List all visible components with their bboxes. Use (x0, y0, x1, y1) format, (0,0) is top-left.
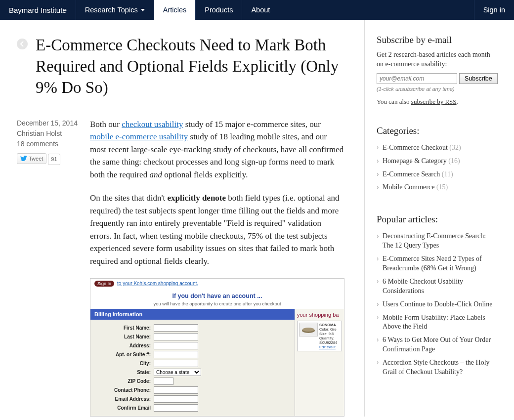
tweet-count: 91 (48, 154, 60, 165)
link-checkout-usability[interactable]: checkout usability (122, 120, 183, 129)
product-thumb (299, 323, 318, 336)
popular-item[interactable]: Mobile Form Usability: Place Labels Abov… (377, 311, 497, 334)
category-item[interactable]: E-Commerce Search (11) (377, 168, 497, 181)
nav-research-topics[interactable]: Research Topics (76, 0, 154, 20)
article-body: Both our checkout usability study of 15 … (90, 118, 344, 417)
back-button[interactable] (17, 39, 28, 49)
tweet-button[interactable]: Tweet (17, 153, 46, 165)
sidebar: Subscribe by e-mail Get 2 research-based… (365, 20, 514, 417)
subscribe-heading: Subscribe by e-mail (377, 35, 497, 45)
category-item[interactable]: E-Commerce Checkout (32) (377, 141, 497, 155)
article-meta: December 15, 2014 Christian Holst 18 com… (17, 118, 90, 417)
rss-link[interactable]: subscribe by RSS (411, 98, 457, 105)
category-item[interactable]: Mobile Commerce (15) (377, 181, 497, 194)
twitter-icon (20, 156, 27, 161)
chevron-down-icon (141, 9, 145, 11)
popular-item[interactable]: Accordion Style Checkouts – the Holy Gra… (377, 356, 497, 379)
subscribe-rss: You can also subscribe by RSS. (377, 98, 497, 106)
subscribe-button[interactable]: Subscribe (459, 73, 498, 84)
article-author: Christian Holst (17, 128, 90, 139)
nav-signin[interactable]: Sign in (474, 0, 514, 20)
popular-list: Deconstructing E-Commerce Search: The 12… (377, 230, 497, 379)
categories-list: E-Commerce Checkout (32)Homepage & Categ… (377, 141, 497, 195)
shot-fields: First Name:Last Name:Address:Apt. or Sui… (90, 320, 295, 416)
categories-heading: Categories: (377, 126, 497, 136)
subscribe-note: (1-click unsubscribe at any time) (377, 86, 497, 92)
nav-products[interactable]: Products (196, 0, 242, 20)
article-comments-link[interactable]: 18 comments (17, 139, 90, 149)
article-main: E-Commerce Checkouts Need to Mark Both R… (0, 20, 365, 417)
popular-item[interactable]: 6 Mobile Checkout Usability Consideratio… (377, 275, 497, 298)
top-nav: Baymard Institute Research Topics Articl… (0, 0, 514, 20)
chevron-left-icon (20, 42, 24, 46)
popular-heading: Popular articles: (377, 214, 497, 225)
nav-articles[interactable]: Articles (154, 0, 196, 20)
popular-item[interactable]: E-Commerce Sites Need 2 Types of Breadcr… (377, 252, 497, 275)
popular-item[interactable]: Users Continue to Double-Click Online (377, 298, 497, 311)
subscribe-email-input[interactable] (377, 73, 457, 84)
subscribe-desc: Get 2 research-based articles each month… (377, 50, 497, 69)
svg-point-1 (302, 328, 314, 332)
popular-item[interactable]: 6 Ways to Get More Out of Your Order Con… (377, 334, 497, 356)
article-title: E-Commerce Checkouts Need to Mark Both R… (36, 35, 344, 98)
article-date: December 15, 2014 (17, 118, 90, 128)
link-mobile-usability[interactable]: mobile e-commerce usability (90, 132, 188, 141)
screenshot-figure: Sign Into your Kohls.com shopping accoun… (90, 278, 344, 417)
brand-logo[interactable]: Baymard Institute (0, 0, 76, 20)
category-item[interactable]: Homepage & Category (16) (377, 155, 497, 168)
nav-about[interactable]: About (242, 0, 279, 20)
popular-item[interactable]: Deconstructing E-Commerce Search: The 12… (377, 230, 497, 252)
